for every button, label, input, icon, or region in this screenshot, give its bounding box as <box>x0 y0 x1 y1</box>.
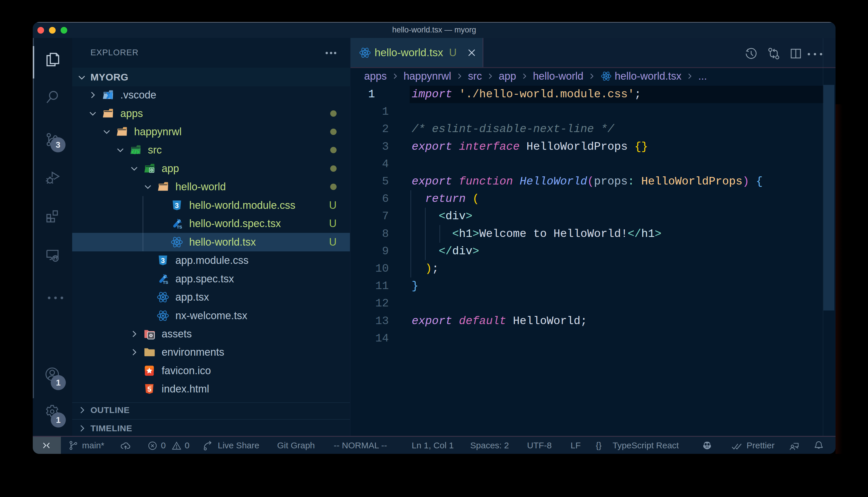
svg-text:3: 3 <box>175 202 179 209</box>
svg-text:5: 5 <box>147 385 151 393</box>
svg-text:TS: TS <box>177 225 182 230</box>
svg-text:3: 3 <box>161 257 165 265</box>
svg-text:TS: TS <box>163 280 168 285</box>
